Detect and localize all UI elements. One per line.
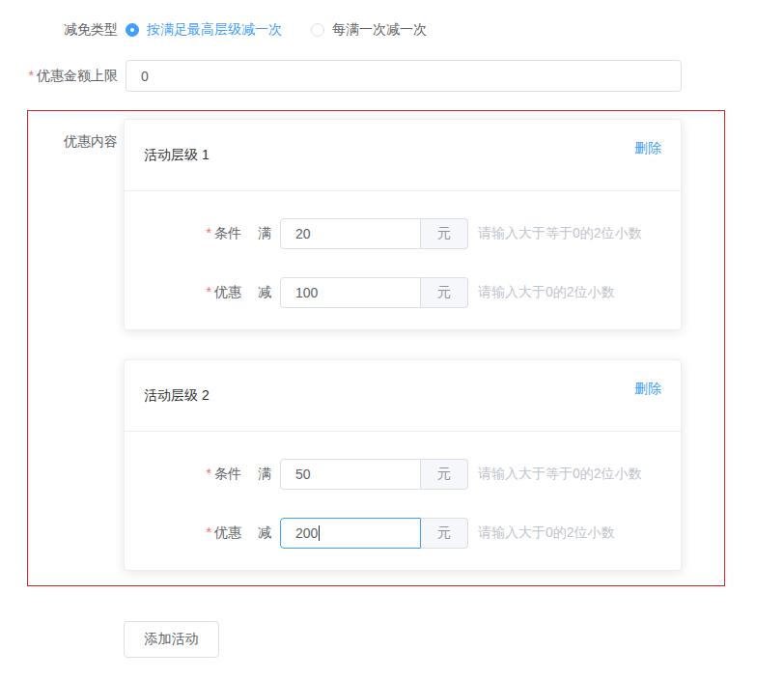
form-row-discount-cap: *优惠金额上限 bbox=[0, 60, 784, 92]
discount-input-group: 200 元 bbox=[280, 518, 468, 549]
condition-input-group: 元 bbox=[280, 459, 468, 490]
tier-card-body: *条件 满 元 请输入大于等于0的2位小数 *优惠 减 元 bbox=[125, 191, 681, 329]
reduction-type-label: 减免类型 bbox=[0, 20, 118, 39]
condition-amount-input[interactable] bbox=[280, 459, 421, 490]
tier-card-1: 活动层级 1 删除 *条件 满 元 请输入大于等于0的2位小数 *优惠 bbox=[124, 119, 682, 330]
tier-card-body: *条件 满 元 请输入大于等于0的2位小数 *优惠 减 200 元 bbox=[125, 432, 681, 570]
input-hint: 请输入大于0的2位小数 bbox=[478, 524, 615, 542]
delete-tier-link[interactable]: 删除 bbox=[634, 381, 661, 398]
discount-amount-input[interactable] bbox=[280, 277, 421, 308]
condition-prefix: 满 bbox=[258, 225, 271, 242]
reduction-type-radio-group: 按满足最高层级减一次 每满一次减一次 bbox=[126, 21, 456, 39]
unit-suffix: 元 bbox=[421, 218, 468, 249]
discount-amount-input-focused[interactable]: 200 bbox=[280, 518, 421, 549]
text-cursor bbox=[319, 525, 320, 541]
tier-condition-row: *条件 满 元 请输入大于等于0的2位小数 bbox=[144, 218, 661, 249]
condition-input-group: 元 bbox=[280, 218, 468, 249]
tier-discount-row: *优惠 减 200 元 请输入大于0的2位小数 bbox=[144, 518, 661, 549]
required-asterisk: * bbox=[207, 466, 211, 481]
delete-tier-link[interactable]: 删除 bbox=[634, 140, 661, 157]
add-activity-button[interactable]: 添加活动 bbox=[124, 621, 219, 658]
required-asterisk: * bbox=[207, 225, 211, 240]
radio-option-every-time[interactable]: 每满一次减一次 bbox=[311, 21, 427, 39]
required-asterisk: * bbox=[29, 68, 34, 83]
discount-input-group: 元 bbox=[280, 277, 468, 308]
input-hint: 请输入大于等于0的2位小数 bbox=[478, 225, 642, 242]
input-hint: 请输入大于等于0的2位小数 bbox=[478, 466, 642, 483]
tier-discount-row: *优惠 减 元 请输入大于0的2位小数 bbox=[144, 277, 661, 308]
condition-prefix: 满 bbox=[258, 466, 271, 483]
form-row-reduction-type: 减免类型 按满足最高层级减一次 每满一次减一次 bbox=[0, 20, 784, 39]
tier-card-header: 活动层级 1 删除 bbox=[125, 120, 681, 191]
discount-label: *优惠 bbox=[144, 284, 241, 301]
tier-card-2: 活动层级 2 删除 *条件 满 元 请输入大于等于0的2位小数 *优惠 bbox=[124, 359, 682, 571]
discount-content-error-box: 优惠内容 活动层级 1 删除 *条件 满 元 请输入大于等于0 bbox=[27, 110, 725, 586]
radio-checked-icon[interactable] bbox=[126, 23, 139, 37]
unit-suffix: 元 bbox=[421, 277, 468, 308]
unit-suffix: 元 bbox=[421, 518, 468, 549]
discount-label: *优惠 bbox=[144, 524, 241, 542]
discount-cap-label: *优惠金额上限 bbox=[0, 67, 118, 85]
tier-card-header: 活动层级 2 删除 bbox=[125, 360, 681, 432]
promotion-form: 减免类型 按满足最高层级减一次 每满一次减一次 *优惠金额上限 优惠内容 活动层… bbox=[0, 0, 784, 658]
required-asterisk: * bbox=[207, 524, 211, 540]
tier-list: 活动层级 1 删除 *条件 满 元 请输入大于等于0的2位小数 *优惠 bbox=[124, 119, 682, 571]
radio-option-label: 按满足最高层级减一次 bbox=[147, 21, 282, 39]
tier-title: 活动层级 1 bbox=[144, 147, 210, 164]
discount-prefix: 减 bbox=[258, 524, 271, 542]
condition-label: *条件 bbox=[144, 225, 241, 242]
tier-condition-row: *条件 满 元 请输入大于等于0的2位小数 bbox=[144, 459, 661, 490]
condition-amount-input[interactable] bbox=[280, 218, 421, 249]
tier-title: 活动层级 2 bbox=[144, 387, 210, 405]
unit-suffix: 元 bbox=[421, 459, 468, 490]
discount-content-label: 优惠内容 bbox=[28, 119, 118, 571]
required-asterisk: * bbox=[207, 284, 211, 299]
condition-label: *条件 bbox=[144, 466, 241, 483]
radio-option-label: 每满一次减一次 bbox=[332, 21, 427, 39]
discount-prefix: 减 bbox=[258, 284, 271, 301]
discount-cap-input[interactable] bbox=[126, 60, 682, 92]
input-hint: 请输入大于0的2位小数 bbox=[478, 284, 615, 301]
radio-option-highest-tier[interactable]: 按满足最高层级减一次 bbox=[126, 21, 282, 39]
radio-unchecked-icon[interactable] bbox=[311, 23, 324, 37]
